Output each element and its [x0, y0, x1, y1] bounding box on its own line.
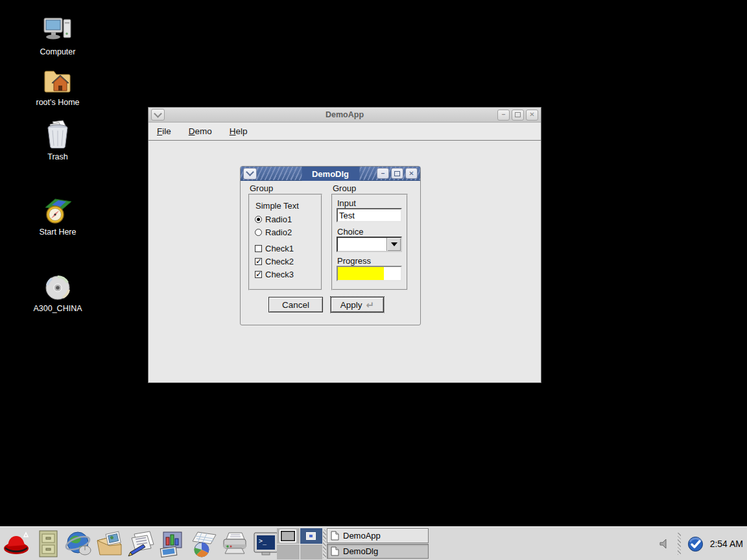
- left-groupbox: Simple Text Radio1 Radio2 Check1 Check2: [248, 194, 322, 290]
- close-button[interactable]: ✕: [526, 110, 538, 121]
- taskbar: >_ DemoApp: [0, 526, 747, 560]
- checkbox-check1[interactable]: Check1: [255, 244, 294, 253]
- radio-indicator: [255, 229, 262, 236]
- demodlg-window: DemoDlg – ✕ Group Group Simple Text Radi…: [240, 166, 421, 325]
- presentation-launcher[interactable]: [157, 529, 188, 559]
- maximize-icon: [394, 171, 400, 176]
- choice-dropdown[interactable]: [337, 237, 402, 252]
- desktop-icon-label: Trash: [47, 152, 68, 161]
- taskbar-launchers: >_: [1, 529, 281, 559]
- word-processor-launcher[interactable]: [126, 529, 157, 559]
- trash-icon: [43, 119, 72, 150]
- printer-icon: [220, 530, 250, 557]
- radio-label: Radio2: [265, 228, 292, 237]
- checkbox-label: Check2: [265, 257, 294, 266]
- menu-demo[interactable]: Demo: [189, 126, 212, 136]
- demoapp-titlebar[interactable]: DemoApp – ✕: [148, 108, 541, 122]
- desktop-icon-label: A300_CHINA: [33, 304, 82, 313]
- speaker-icon[interactable]: [658, 537, 671, 550]
- dialog-button-row: Cancel Apply ↵: [241, 297, 420, 314]
- input-label: Input: [337, 198, 356, 208]
- main-menu-button[interactable]: [1, 529, 32, 559]
- checkbox-indicator: [255, 245, 262, 252]
- dropdown-arrow-icon: [391, 242, 397, 246]
- maximize-button[interactable]: [391, 168, 403, 179]
- maximize-button[interactable]: [512, 110, 524, 121]
- web-browser-icon: [65, 530, 93, 558]
- window-title: DemoDlg: [302, 167, 359, 181]
- taskbar-clock[interactable]: 2:54 AM: [710, 539, 743, 549]
- system-tray: 2:54 AM: [658, 527, 743, 560]
- tray-drag-handle[interactable]: [678, 533, 681, 555]
- minimize-button[interactable]: –: [377, 168, 389, 179]
- word-processor-icon: [126, 530, 156, 557]
- cdrom-icon: [43, 274, 72, 302]
- checkbox-label: Check1: [265, 244, 294, 253]
- pager-desktop-2-active[interactable]: [300, 528, 323, 544]
- cancel-button[interactable]: Cancel: [268, 297, 323, 312]
- file-cabinet-icon: [36, 530, 60, 558]
- pager-window-outline: [279, 530, 296, 542]
- right-groupbox: Input Choice Progress: [331, 194, 408, 290]
- apply-button[interactable]: Apply ↵: [331, 297, 384, 312]
- desktop-icon-start-here[interactable]: Start Here: [19, 196, 97, 237]
- desktop-icon-trash[interactable]: Trash: [19, 119, 97, 161]
- desktop: Computer root's Home Trash: [0, 0, 747, 560]
- chevron-down-icon: [154, 110, 162, 118]
- group-label-right: Group: [333, 183, 356, 193]
- desktop-icon-roots-home[interactable]: root's Home: [19, 66, 97, 107]
- minimize-button[interactable]: –: [497, 110, 510, 121]
- task-demoapp[interactable]: DemoApp: [327, 528, 429, 543]
- input-field[interactable]: [337, 208, 402, 222]
- compass-icon: [43, 196, 73, 226]
- tasklist-drag-handle[interactable]: [323, 530, 326, 558]
- desktop-icon-a300-china[interactable]: A300_CHINA: [19, 274, 97, 313]
- maximize-icon: [515, 112, 521, 117]
- progress-fill: [338, 267, 384, 280]
- desktop-icon-label: Computer: [40, 47, 76, 56]
- desktop-icon-label: root's Home: [36, 98, 80, 107]
- radio-radio2[interactable]: Radio2: [255, 228, 292, 237]
- demodlg-titlebar[interactable]: DemoDlg – ✕: [241, 167, 420, 181]
- task-demodlg[interactable]: DemoDlg: [327, 544, 429, 559]
- file-manager-launcher[interactable]: [32, 529, 64, 559]
- pager-desktop-4[interactable]: [300, 544, 323, 560]
- checkbox-indicator: [255, 258, 262, 265]
- menu-file[interactable]: File: [157, 126, 171, 136]
- radio-radio1[interactable]: Radio1: [255, 215, 292, 224]
- checkbox-check3[interactable]: Check3: [255, 270, 294, 279]
- workspace-pager[interactable]: [277, 528, 322, 559]
- svg-text:>_: >_: [259, 537, 267, 545]
- checkbox-check2[interactable]: Check2: [255, 257, 294, 266]
- radio-label: Radio1: [265, 215, 292, 224]
- window-title: DemoApp: [148, 110, 541, 119]
- close-button[interactable]: ✕: [405, 168, 418, 179]
- printer-launcher[interactable]: [219, 529, 250, 559]
- window-menu-button[interactable]: [151, 109, 165, 121]
- spreadsheet-icon: [189, 530, 219, 558]
- dropdown-button[interactable]: [386, 238, 401, 251]
- choice-label: Choice: [337, 227, 363, 237]
- spreadsheet-launcher[interactable]: [188, 529, 219, 559]
- radio-indicator: [255, 216, 262, 223]
- pager-desktop-1[interactable]: [277, 528, 300, 544]
- desktop-icon-label: Start Here: [40, 228, 77, 237]
- pager-desktop-3[interactable]: [277, 544, 300, 560]
- menu-help[interactable]: Help: [230, 126, 248, 136]
- desktop-icon-computer[interactable]: Computer: [19, 16, 97, 56]
- progress-bar: [337, 266, 402, 281]
- pager-window-mini: [306, 532, 316, 540]
- group-label-left: Group: [250, 183, 273, 193]
- presentation-icon: [158, 530, 187, 558]
- computer-icon: [43, 16, 73, 45]
- web-browser-launcher[interactable]: [64, 529, 95, 559]
- update-check-icon[interactable]: [687, 536, 704, 552]
- email-launcher[interactable]: [95, 529, 126, 559]
- checkbox-label: Check3: [265, 270, 294, 279]
- menubar: File Demo Help: [148, 122, 541, 141]
- document-icon: [331, 546, 339, 556]
- task-label: DemoDlg: [343, 546, 378, 556]
- document-icon: [331, 531, 339, 541]
- progress-label: Progress: [337, 256, 371, 266]
- window-menu-button[interactable]: [243, 168, 257, 180]
